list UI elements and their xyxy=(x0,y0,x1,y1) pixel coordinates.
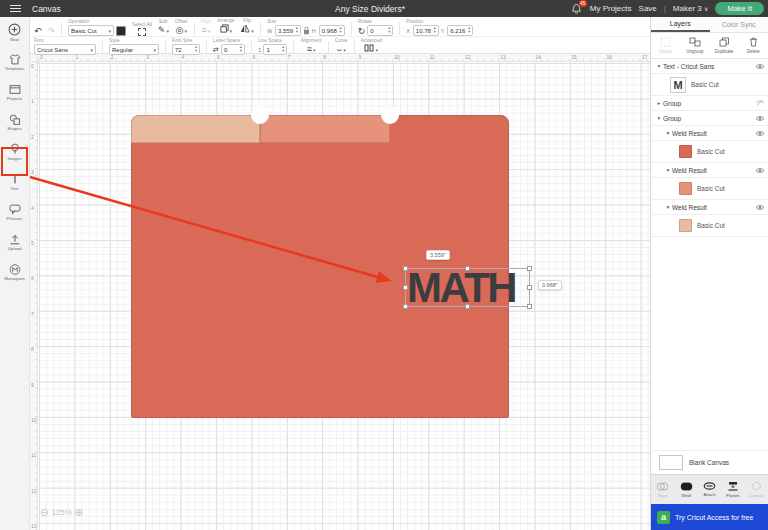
undo-button[interactable]: ↶ xyxy=(34,26,42,36)
position-y-input[interactable]: 6.216▲▼ xyxy=(447,25,473,36)
chevron-down-icon[interactable]: ▾ xyxy=(664,204,672,210)
eye-icon[interactable] xyxy=(752,99,768,107)
alignment-label: Alignment xyxy=(300,38,321,43)
save-link[interactable]: Save xyxy=(639,4,657,13)
tab-color-sync[interactable]: Color Sync xyxy=(710,17,768,32)
rotate-icon[interactable]: ↻ xyxy=(358,26,366,36)
sidebar-item-shapes[interactable]: Shapes xyxy=(0,107,29,137)
cricut-access-banner[interactable]: a Try Cricut Access for free xyxy=(651,504,768,530)
chevron-right-icon[interactable]: ▸ xyxy=(655,100,663,106)
sidebar-item-text[interactable]: Text xyxy=(0,167,29,197)
layer-row-text-cricut-sans[interactable]: ▾Text - Cricut Sans xyxy=(651,59,768,74)
eye-icon[interactable] xyxy=(752,204,768,211)
selection-handle[interactable] xyxy=(465,266,470,271)
group-button[interactable]: Group xyxy=(651,37,680,54)
slice-button[interactable]: Slice xyxy=(651,482,674,498)
layer-row-weld-result[interactable]: ▾Weld Result xyxy=(651,126,768,141)
flatten-button[interactable]: Flatten xyxy=(721,481,744,498)
canvas-grid[interactable]: MATH 3.559" 0.968" xyxy=(38,62,650,530)
alignment-icon[interactable]: ≡▾ xyxy=(307,44,316,55)
blank-canvas-swatch[interactable] xyxy=(659,455,683,470)
style-select[interactable]: Regular▾ xyxy=(109,44,159,55)
eye-icon[interactable] xyxy=(752,63,768,70)
selection-handle[interactable] xyxy=(527,266,532,271)
layer-row-group[interactable]: ▾Group xyxy=(651,111,768,126)
sidebar-item-upload[interactable]: Upload xyxy=(0,227,29,257)
attach-button[interactable]: Attach xyxy=(698,482,721,497)
layer-thumbnail-row[interactable]: Basic Cut xyxy=(651,215,768,237)
layer-thumbnail-row[interactable]: Basic Cut xyxy=(651,178,768,200)
make-it-button[interactable]: Make It xyxy=(715,2,764,15)
selection-handle[interactable] xyxy=(403,304,408,309)
offset-icon[interactable]: ◎▾ xyxy=(176,25,187,36)
ungroup-button[interactable]: Ungroup xyxy=(680,37,709,54)
chevron-down-icon[interactable]: ▾ xyxy=(655,63,663,69)
machine-select[interactable]: Maker 3 ∨ xyxy=(673,4,709,13)
tab-layers[interactable]: Layers xyxy=(651,17,710,32)
sidebar-item-projects[interactable]: Projects xyxy=(0,77,29,107)
canvas-area[interactable]: 01234567891011121314151617 0123456789101… xyxy=(30,54,650,530)
notifications-button[interactable]: 45 xyxy=(571,3,583,15)
canvas-text-object[interactable]: MATH xyxy=(407,267,530,306)
layer-thumbnail-row[interactable]: Basic Cut xyxy=(651,141,768,163)
sidebar-item-new[interactable]: New xyxy=(0,17,29,47)
operation-color-swatch[interactable] xyxy=(116,26,126,36)
weld-button[interactable]: Weld xyxy=(674,482,697,498)
divider-tab-salmon[interactable] xyxy=(260,115,390,143)
monogram-icon xyxy=(9,264,21,275)
eye-icon[interactable] xyxy=(752,167,768,174)
sidebar-item-phrases[interactable]: Phrases xyxy=(0,197,29,227)
sidebar-item-monogram[interactable]: Monogram xyxy=(0,257,29,287)
divider-tab-peach[interactable] xyxy=(131,115,260,143)
selection-handle[interactable] xyxy=(527,285,532,290)
redo-button[interactable]: ↷ xyxy=(48,26,56,36)
line-space-label: Line Space xyxy=(258,38,282,43)
delete-button[interactable]: Delete xyxy=(739,37,768,54)
my-projects-link[interactable]: My Projects xyxy=(590,4,632,13)
selection-handle[interactable] xyxy=(465,304,470,309)
flip-icon[interactable]: ▾ xyxy=(240,24,254,36)
eye-icon[interactable] xyxy=(752,115,768,122)
height-input[interactable]: 0.968▲▼ xyxy=(319,25,345,36)
position-x-input[interactable]: 10.78▲▼ xyxy=(413,25,439,36)
edit-pencil-icon[interactable]: ✎▾ xyxy=(158,25,169,36)
duplicate-button[interactable]: Duplicate xyxy=(710,37,739,54)
selection-handle[interactable] xyxy=(403,266,408,271)
letter-space-input[interactable]: 0▲▼ xyxy=(221,44,245,55)
layer-row-group[interactable]: ▸Group xyxy=(651,96,768,111)
font-size-input[interactable]: 72▲▼ xyxy=(172,44,200,55)
blank-canvas-row[interactable]: Blank Canvas xyxy=(651,450,768,474)
menu-icon[interactable] xyxy=(0,5,30,13)
sidebar-item-images[interactable]: Images xyxy=(0,137,29,167)
curve-icon[interactable]: ⌣▾ xyxy=(336,44,345,55)
lock-icon[interactable] xyxy=(303,26,310,35)
align-icon[interactable]: ≡▾ xyxy=(202,25,211,36)
advanced-icon[interactable]: ▾ xyxy=(364,44,378,55)
eye-icon[interactable] xyxy=(752,130,768,137)
layer-thumbnail-row[interactable]: MBasic Cut xyxy=(651,74,768,96)
arrange-icon[interactable]: ▾ xyxy=(220,24,233,36)
operation-select[interactable]: Basic Cut▾ xyxy=(68,25,114,36)
layer-row-weld-result[interactable]: ▾Weld Result xyxy=(651,163,768,178)
arrange-label: Arrange xyxy=(217,18,234,23)
chevron-down-icon[interactable]: ▾ xyxy=(664,130,672,136)
line-space-input[interactable]: 1▲▼ xyxy=(263,44,287,55)
edit-toolbar: ↶ ↷ Operation Basic Cut▾ Select All Edit… xyxy=(30,17,650,54)
select-all-icon[interactable] xyxy=(138,28,146,36)
zoom-in-icon[interactable]: ⊕ xyxy=(75,507,83,518)
layer-actions: GroupUngroupDuplicateDelete xyxy=(651,33,768,59)
width-input[interactable]: 3.559▲▼ xyxy=(275,25,301,36)
selection-handle[interactable] xyxy=(527,304,532,309)
selection-bounding-box[interactable]: MATH xyxy=(405,268,530,307)
sidebar-item-templates[interactable]: Templates xyxy=(0,47,29,77)
font-select[interactable]: Cricut Sans▾ xyxy=(34,44,96,55)
chevron-down-icon[interactable]: ▾ xyxy=(655,115,663,121)
rotate-input[interactable]: 0▲▼ xyxy=(367,25,393,36)
layer-row-weld-result[interactable]: ▾Weld Result xyxy=(651,200,768,215)
contour-button[interactable]: Contour xyxy=(745,481,768,498)
chevron-down-icon[interactable]: ▾ xyxy=(664,167,672,173)
zoom-out-icon[interactable]: ⊖ xyxy=(40,507,48,518)
sidebar-item-label: Phrases xyxy=(7,216,23,221)
font-label: Font xyxy=(34,38,44,43)
selection-handle[interactable] xyxy=(403,285,408,290)
